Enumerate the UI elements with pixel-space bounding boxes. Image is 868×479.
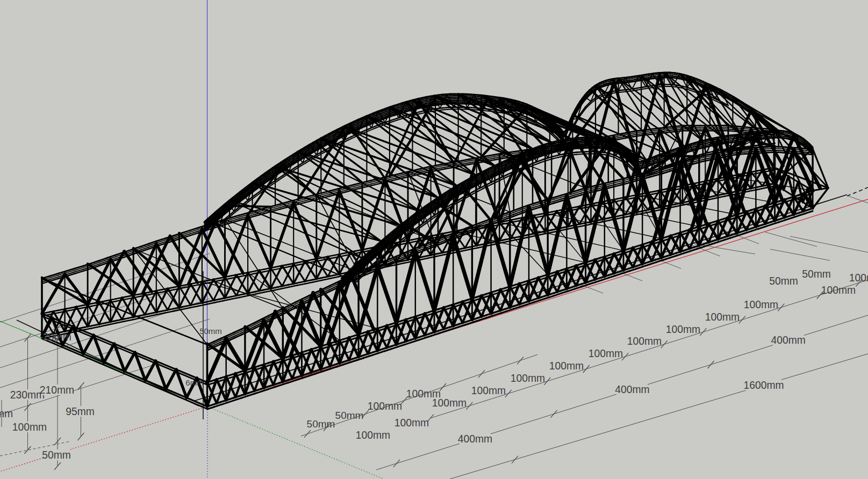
svg-text:100mm: 100mm xyxy=(849,272,868,284)
svg-text:400mm: 400mm xyxy=(458,433,492,445)
svg-text:1600mm: 1600mm xyxy=(743,380,784,391)
svg-text:400mm: 400mm xyxy=(771,335,806,346)
svg-text:95mm: 95mm xyxy=(66,406,95,417)
svg-text:50mm: 50mm xyxy=(199,326,222,336)
svg-text:100mm: 100mm xyxy=(821,285,856,296)
svg-text:100mm: 100mm xyxy=(666,324,700,335)
svg-text:100mm: 100mm xyxy=(406,388,441,400)
svg-text:100mm: 100mm xyxy=(368,401,402,412)
svg-text:50mm: 50mm xyxy=(335,410,364,421)
svg-text:mm: mm xyxy=(0,408,13,419)
svg-text:400mm: 400mm xyxy=(615,384,649,395)
svg-text:100mm: 100mm xyxy=(744,299,778,310)
svg-text:6mm: 6mm xyxy=(185,378,203,387)
svg-text:50mm: 50mm xyxy=(42,449,71,461)
svg-text:100mm: 100mm xyxy=(356,430,390,441)
svg-text:20mm: 20mm xyxy=(42,331,71,343)
svg-text:50mm: 50mm xyxy=(769,275,798,287)
svg-text:50mm: 50mm xyxy=(802,268,831,280)
svg-text:100mm: 100mm xyxy=(627,336,662,347)
svg-text:100mm: 100mm xyxy=(471,385,506,396)
svg-text:100mm: 100mm xyxy=(12,422,47,433)
svg-text:100mm: 100mm xyxy=(589,348,623,359)
svg-text:100mm: 100mm xyxy=(549,360,584,372)
svg-text:100mm: 100mm xyxy=(394,417,429,429)
svg-text:50mm: 50mm xyxy=(307,418,335,430)
svg-text:100mm: 100mm xyxy=(705,311,740,323)
svg-text:210mm: 210mm xyxy=(40,384,74,396)
svg-text:100mm: 100mm xyxy=(511,373,545,384)
